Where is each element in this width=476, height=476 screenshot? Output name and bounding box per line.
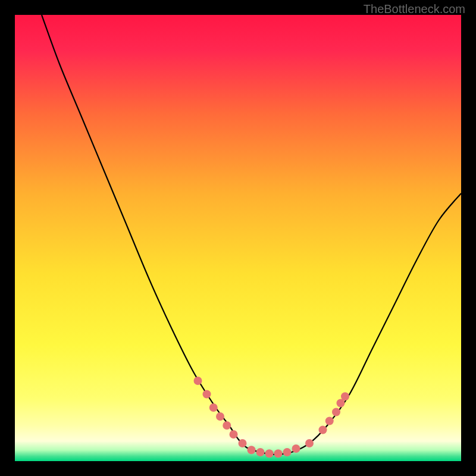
gradient-background [15,15,461,461]
svg-rect-0 [15,15,461,461]
chart-area [15,15,461,461]
watermark-text: TheBottleneck.com [364,2,465,16]
